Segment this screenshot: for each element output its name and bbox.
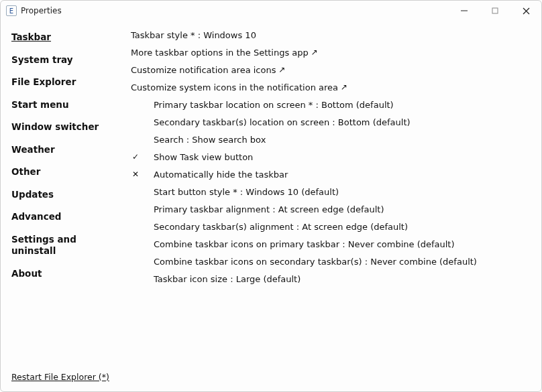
svg-rect-1 <box>492 8 498 13</box>
sidebar-item-taskbar[interactable]: Taskbar <box>11 26 123 49</box>
content-sub-setting[interactable]: Combine taskbar icons on secondary taskb… <box>131 253 533 270</box>
content-sub-row-label: Primary taskbar location on screen * : B… <box>154 100 394 110</box>
indent-spacer: ✕ <box>131 170 154 179</box>
external-link-icon: ↗ <box>278 65 285 74</box>
content-sub-row-label: Secondary taskbar(s) location on screen … <box>154 117 411 127</box>
content-sub-row-label: Show Task view button <box>154 152 253 162</box>
content-sub-row-label: Automatically hide the taskbar <box>154 170 288 180</box>
content-link[interactable]: More taskbar options in the Settings app… <box>131 44 533 61</box>
maximize-button[interactable] <box>480 1 510 21</box>
body: TaskbarSystem trayFile ExplorerStart men… <box>1 21 541 391</box>
sidebar-item-file-explorer[interactable]: File Explorer <box>11 71 123 94</box>
external-link-icon: ↗ <box>311 48 318 57</box>
content-row-label: Customize system icons in the notificati… <box>131 82 338 92</box>
window: E Properties TaskbarSystem trayFile Expl… <box>0 0 542 392</box>
content-sub-setting[interactable]: Secondary taskbar(s) alignment : At scre… <box>131 218 533 235</box>
sidebar-item-advanced[interactable]: Advanced <box>11 206 123 228</box>
sidebar-item-weather[interactable]: Weather <box>11 139 123 161</box>
content-row-label: Taskbar style * : Windows 10 <box>131 30 256 40</box>
content-sub-row-label: Start button style * : Windows 10 (defau… <box>154 187 339 197</box>
sidebar-item-settings-and-uninstall[interactable]: Settings and uninstall <box>11 228 123 263</box>
check-icon: ✓ <box>132 152 142 161</box>
content-sub-setting[interactable]: Start button style * : Windows 10 (defau… <box>131 183 533 200</box>
minimize-button[interactable] <box>449 1 480 21</box>
content-sub-setting[interactable]: Taskbar icon size : Large (default) <box>131 270 533 287</box>
content-sub-row-label: Taskbar icon size : Large (default) <box>154 274 301 284</box>
content-sub-setting[interactable]: ✕Automatically hide the taskbar <box>131 166 533 183</box>
indent-spacer: ✓ <box>131 152 154 161</box>
sidebar: TaskbarSystem trayFile ExplorerStart men… <box>1 21 123 391</box>
window-title: Properties <box>21 6 62 15</box>
content-row-label: Customize notification area icons <box>131 65 276 75</box>
sidebar-item-other[interactable]: Other <box>11 161 123 184</box>
content-sub-setting[interactable]: Primary taskbar alignment : At screen ed… <box>131 200 533 218</box>
content-setting[interactable]: Taskbar style * : Windows 10 <box>131 26 533 44</box>
app-icon: E <box>6 5 17 16</box>
content-sub-row-label: Secondary taskbar(s) alignment : At scre… <box>154 222 408 232</box>
content-sub-setting[interactable]: ✓Show Task view button <box>131 148 533 166</box>
content-link[interactable]: Customize notification area icons↗ <box>131 61 533 78</box>
sidebar-item-updates[interactable]: Updates <box>11 184 123 206</box>
content-sub-row-label: Combine taskbar icons on primary taskbar… <box>154 239 455 249</box>
sidebar-item-about[interactable]: About <box>11 263 123 285</box>
content-sub-row-label: Primary taskbar alignment : At screen ed… <box>154 204 384 214</box>
content-row-label: More taskbar options in the Settings app <box>131 48 309 58</box>
restart-file-explorer-link[interactable]: Restart File Explorer (*) <box>11 372 109 382</box>
sidebar-item-start-menu[interactable]: Start menu <box>11 94 123 117</box>
content-sub-setting[interactable]: Primary taskbar location on screen * : B… <box>131 96 533 113</box>
content-link[interactable]: Customize system icons in the notificati… <box>131 78 533 96</box>
content-sub-row-label: Search : Show search box <box>154 135 266 145</box>
sidebar-item-system-tray[interactable]: System tray <box>11 49 123 72</box>
content-sub-setting[interactable]: Combine taskbar icons on primary taskbar… <box>131 235 533 253</box>
cross-icon: ✕ <box>132 170 142 179</box>
content-sub-setting[interactable]: Secondary taskbar(s) location on screen … <box>131 113 533 131</box>
content-sub-row-label: Combine taskbar icons on secondary taskb… <box>154 257 477 267</box>
sidebar-item-window-switcher[interactable]: Window switcher <box>11 116 123 139</box>
restart-file-explorer-label: Restart File Explorer (*) <box>11 372 109 382</box>
external-link-icon: ↗ <box>341 82 347 92</box>
content-sub-setting[interactable]: Search : Show search box <box>131 131 533 148</box>
titlebar: E Properties <box>1 1 541 21</box>
content: Taskbar style * : Windows 10More taskbar… <box>123 21 541 391</box>
window-controls <box>449 1 541 21</box>
close-button[interactable] <box>510 1 541 21</box>
